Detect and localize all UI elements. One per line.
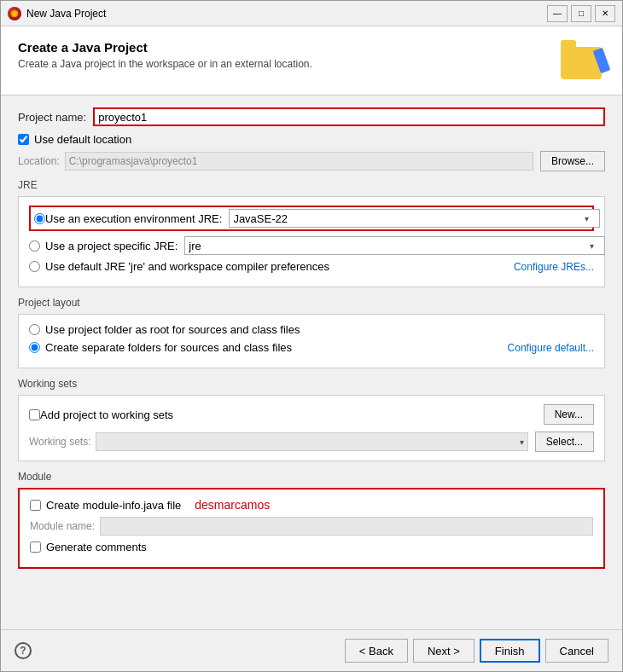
configure-default-link[interactable]: Configure default... [508, 342, 594, 354]
title-bar: New Java Project — □ ✕ [1, 1, 622, 26]
window-title: New Java Project [26, 8, 547, 20]
module-section-group: Create module-info.java file desmarcamos… [18, 488, 605, 569]
module-section-label: Module [18, 471, 51, 483]
module-name-label: Module name: [30, 520, 95, 532]
jre-option3-radio[interactable] [29, 261, 40, 272]
jre-specific-select[interactable]: jre [184, 236, 605, 255]
layout-option1-label[interactable]: Use project folder as root for sources a… [45, 323, 300, 336]
create-module-info-checkbox[interactable] [30, 500, 41, 511]
location-path: C:\programasjava\proyecto1 [65, 152, 533, 171]
back-button[interactable]: < Back [345, 639, 408, 663]
use-default-location-row: Use default location [18, 133, 605, 146]
generate-comments-row: Generate comments [30, 541, 593, 553]
working-sets-group: Add project to working sets New... Worki… [18, 395, 605, 461]
project-name-input[interactable] [93, 107, 605, 126]
jre-section-title-row: JRE [18, 178, 605, 191]
jre-environment-select[interactable]: JavaSE-22 [229, 209, 600, 228]
module-section-title-row: Module [18, 470, 605, 483]
jre-select-wrapper: JavaSE-22 ▾ [229, 209, 589, 228]
configure-jres-link[interactable]: Configure JREs... [514, 261, 594, 273]
working-sets-section-label: Working sets [18, 378, 77, 390]
working-sets-label: Working sets: [29, 436, 90, 448]
working-sets-input[interactable] [96, 433, 519, 450]
close-button[interactable]: ✕ [595, 5, 615, 22]
jre-option1-row: Use an execution environment JRE: JavaSE… [29, 206, 594, 231]
generate-comments-checkbox[interactable] [30, 542, 41, 553]
browse-button[interactable]: Browse... [540, 151, 605, 171]
jre-option2-radio[interactable] [29, 240, 40, 252]
annotation-text: desmarcamos [195, 498, 270, 512]
working-sets-title-row: Working sets [18, 377, 605, 390]
jre-option3-row: Use default JRE 'jre' and workspace comp… [29, 260, 594, 273]
project-layout-group: Use project folder as root for sources a… [18, 314, 605, 368]
dialog-content: Create a Java Project Create a Java proj… [1, 26, 622, 671]
working-sets-dropdown-icon: ▾ [520, 437, 527, 447]
main-window: New Java Project — □ ✕ Create a Java Pro… [0, 0, 623, 672]
finish-button[interactable]: Finish [480, 639, 540, 663]
header-icon [561, 40, 605, 84]
jre-section-label: JRE [18, 179, 38, 191]
create-module-row: Create module-info.java file desmarcamos [30, 498, 593, 512]
jre-option1-label[interactable]: Use an execution environment JRE: [45, 212, 222, 225]
folder-icon [561, 47, 602, 79]
layout-option2-label[interactable]: Create separate folders for sources and … [45, 341, 292, 354]
cancel-button[interactable]: Cancel [545, 639, 608, 663]
main-form-area: Project name: Use default location Locat… [1, 96, 622, 629]
jre-specific-wrapper: jre ▾ [184, 236, 594, 255]
module-name-row: Module name: [30, 517, 593, 536]
working-sets-field-row: Working sets: ▾ Select... [29, 432, 594, 452]
project-layout-label: Project layout [18, 297, 80, 309]
maximize-button[interactable]: □ [571, 5, 591, 22]
footer-buttons: < Back Next > Finish Cancel [345, 639, 608, 663]
location-value: C:\programasjava\proyecto1 [69, 155, 198, 167]
new-working-set-button[interactable]: New... [544, 404, 594, 425]
jre-section-group: Use an execution environment JRE: JavaSE… [18, 196, 605, 287]
location-label: Location: [18, 155, 60, 167]
select-working-sets-button[interactable]: Select... [535, 432, 594, 452]
jre-option2-row: Use a project specific JRE: jre ▾ [29, 236, 594, 255]
project-name-row: Project name: [18, 107, 605, 126]
next-button[interactable]: Next > [413, 639, 475, 663]
layout-option1-radio[interactable] [29, 324, 40, 335]
dialog-title: Create a Java Project [18, 40, 312, 55]
module-name-input[interactable] [100, 517, 593, 536]
generate-comments-label[interactable]: Generate comments [46, 541, 147, 553]
window-controls: — □ ✕ [547, 5, 615, 22]
dialog-subtitle: Create a Java project in the workspace o… [18, 58, 312, 70]
help-button[interactable]: ? [15, 642, 32, 659]
layout-option2-row: Create separate folders for sources and … [29, 341, 594, 354]
add-working-sets-label[interactable]: Add project to working sets [40, 408, 173, 421]
jre-option2-label[interactable]: Use a project specific JRE: [45, 240, 178, 252]
header-text: Create a Java Project Create a Java proj… [18, 40, 312, 70]
location-row: Location: C:\programasjava\proyecto1 Bro… [18, 151, 605, 171]
project-name-label: Project name: [18, 111, 86, 124]
jre-option1-radio[interactable] [34, 213, 45, 224]
dialog-header: Create a Java Project Create a Java proj… [1, 26, 622, 96]
use-default-location-checkbox[interactable] [18, 134, 29, 145]
create-module-label[interactable]: Create module-info.java file [46, 499, 181, 512]
layout-option1-row: Use project folder as root for sources a… [29, 323, 594, 336]
window-icon [8, 7, 21, 20]
layout-option2-radio[interactable] [29, 342, 40, 353]
add-to-working-sets-row: Add project to working sets New... [29, 404, 594, 425]
dialog-footer: ? < Back Next > Finish Cancel [1, 629, 622, 671]
use-default-location-label[interactable]: Use default location [34, 133, 131, 146]
jre-option3-label[interactable]: Use default JRE 'jre' and workspace comp… [45, 260, 329, 273]
add-working-sets-checkbox[interactable] [29, 409, 40, 420]
project-layout-title-row: Project layout [18, 296, 605, 309]
minimize-button[interactable]: — [547, 5, 568, 22]
